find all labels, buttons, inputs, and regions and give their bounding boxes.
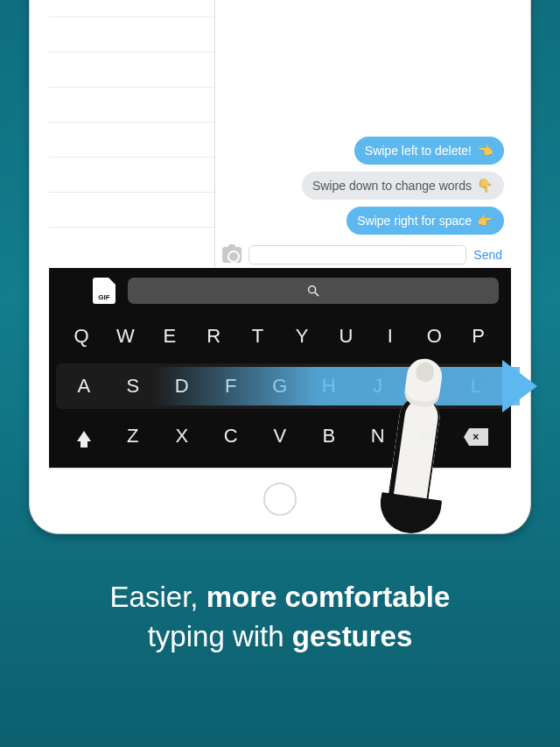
key-f[interactable]: F	[206, 375, 256, 398]
message-row: Swipe down to change words 👇	[222, 172, 504, 200]
key-n[interactable]: N	[354, 425, 402, 447]
keyboard-top-bar	[56, 273, 504, 308]
key-h[interactable]: H	[304, 375, 354, 398]
shift-icon	[77, 431, 91, 441]
tablet-screen: Swipe left to delete! 👈 Swipe down to ch…	[49, 0, 511, 469]
key-t[interactable]: T	[236, 325, 280, 348]
message-row: Swipe right for space 👉	[222, 207, 504, 235]
message-text: Swipe left to delete!	[365, 144, 472, 159]
promo-caption: Easier, more comfortable typing with ges…	[0, 578, 560, 656]
key-q[interactable]: Q	[60, 325, 103, 348]
key-j[interactable]: J	[354, 375, 402, 398]
key-i[interactable]: I	[368, 325, 412, 348]
tablet-frame: Swipe left to delete! 👈 Swipe down to ch…	[29, 0, 531, 534]
backspace-icon: ×	[464, 428, 488, 446]
key-c[interactable]: C	[206, 425, 256, 447]
search-icon	[306, 284, 320, 298]
keyboard-search[interactable]	[128, 278, 499, 304]
conversation-list-sidebar[interactable]	[49, 0, 215, 268]
key-d[interactable]: D	[158, 375, 206, 398]
key-s[interactable]: S	[108, 375, 158, 398]
message-bubble-outgoing[interactable]: Swipe left to delete! 👈	[354, 137, 504, 165]
home-button[interactable]	[263, 483, 297, 516]
pointing-down-icon: 👇	[477, 178, 494, 194]
key-g[interactable]: G	[256, 375, 304, 398]
key-b[interactable]: B	[304, 425, 354, 447]
key-o[interactable]: O	[412, 325, 456, 348]
swipe-arrow-icon	[502, 360, 537, 412]
caption-text: Easier,	[110, 581, 206, 613]
chat-area: Swipe left to delete! 👈 Swipe down to ch…	[49, 0, 511, 268]
keyboard-row-3: Z X C V B N M ×	[56, 413, 504, 459]
message-input[interactable]	[248, 245, 466, 264]
virtual-keyboard: Q W E R T Y U I O P A S D F	[49, 268, 511, 468]
pointing-right-icon: 👉	[477, 213, 494, 229]
key-u[interactable]: U	[324, 325, 368, 348]
key-w[interactable]: W	[103, 325, 147, 348]
pointing-left-icon: 👈	[477, 143, 494, 159]
key-p[interactable]: P	[457, 325, 500, 348]
key-e[interactable]: E	[148, 325, 192, 348]
key-y[interactable]: Y	[280, 325, 324, 348]
key-r[interactable]: R	[192, 325, 235, 348]
svg-point-0	[309, 286, 316, 293]
key-v[interactable]: V	[256, 425, 304, 447]
key-backspace[interactable]: ×	[452, 426, 500, 446]
key-a[interactable]: A	[60, 375, 108, 398]
message-row: Swipe left to delete! 👈	[222, 137, 504, 165]
key-shift[interactable]	[60, 427, 108, 446]
key-x[interactable]: X	[158, 425, 206, 447]
send-button[interactable]: Send	[473, 248, 504, 262]
message-text: Swipe right for space	[357, 214, 472, 229]
gif-icon[interactable]	[93, 278, 116, 304]
keyboard-rows: Q W E R T Y U I O P A S D F	[56, 308, 504, 459]
message-bubble-incoming[interactable]: Swipe down to change words 👇	[302, 172, 504, 200]
message-bubble-outgoing[interactable]: Swipe right for space 👉	[346, 207, 504, 235]
key-z[interactable]: Z	[108, 425, 158, 447]
caption-bold: more comfortable	[206, 581, 451, 613]
key-m[interactable]: M	[402, 425, 452, 447]
message-text: Swipe down to change words	[312, 179, 472, 194]
compose-bar: Send	[222, 243, 504, 266]
chat-thread: Swipe left to delete! 👈 Swipe down to ch…	[215, 0, 511, 268]
key-l[interactable]: L	[452, 375, 500, 398]
svg-line-1	[315, 292, 318, 296]
caption-text: typing with	[148, 620, 292, 652]
caption-bold: gestures	[292, 620, 413, 652]
keyboard-row-2: A S D F G H J K L	[56, 363, 504, 409]
keyboard-row-1: Q W E R T Y U I O P	[56, 314, 504, 359]
camera-icon[interactable]	[222, 247, 242, 263]
key-k[interactable]: K	[402, 375, 452, 398]
